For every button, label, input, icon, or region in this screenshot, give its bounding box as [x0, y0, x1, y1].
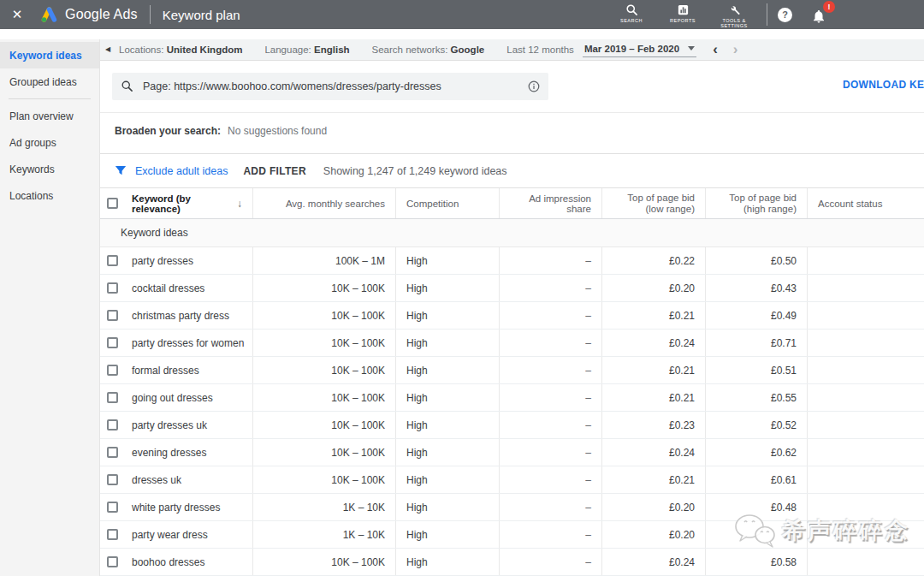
- row-checkbox[interactable]: [107, 337, 118, 348]
- locations-setting[interactable]: Locations: United Kingdom: [119, 45, 242, 55]
- sidebar-item-plan-overview[interactable]: Plan overview: [0, 103, 99, 129]
- row-checkbox[interactable]: [107, 447, 118, 458]
- avg-monthly-searches-cell: 1K – 10K: [253, 494, 396, 520]
- column-header-ad-impression-share[interactable]: Ad impression share: [500, 188, 602, 218]
- ad-impression-share-cell: –: [500, 384, 602, 411]
- close-icon[interactable]: ✕: [7, 7, 27, 22]
- row-checkbox[interactable]: [107, 310, 118, 321]
- top-of-page-bid-high-cell: £0.50: [706, 247, 808, 274]
- row-checkbox[interactable]: [107, 255, 118, 266]
- table-row[interactable]: party dresses for women10K – 100KHigh–£0…: [100, 330, 924, 357]
- keyword-text: dresses uk: [132, 474, 181, 486]
- date-range-selector[interactable]: Mar 2019 – Feb 2020: [583, 42, 696, 57]
- top-of-page-bid-high-cell: £0.49: [706, 302, 808, 329]
- sidebar-item-keyword-ideas[interactable]: Keyword ideas: [0, 42, 99, 68]
- table-row[interactable]: boohoo dresses10K – 100KHigh–£0.24£0.58: [100, 549, 924, 576]
- column-header-keyword[interactable]: Keyword (by relevance) ↓: [100, 188, 253, 218]
- table-row[interactable]: evening dresses10K – 100KHigh–£0.24£0.62: [100, 439, 924, 466]
- select-all-checkbox[interactable]: [107, 198, 118, 209]
- reports-nav-button[interactable]: REPORTS: [660, 2, 705, 23]
- avg-monthly-searches-cell: 100K – 1M: [253, 247, 396, 274]
- top-of-page-bid-low-cell: £0.21: [602, 302, 706, 329]
- column-header-top-of-page-bid-low[interactable]: Top of page bid (low range): [602, 188, 706, 218]
- language-setting[interactable]: Language: English: [264, 45, 349, 55]
- competition-cell: High: [396, 302, 500, 329]
- notifications-button[interactable]: !: [811, 4, 830, 25]
- table-row[interactable]: christmas party dress10K – 100KHigh–£0.2…: [100, 302, 924, 330]
- broaden-search-label: Broaden your search:: [115, 125, 221, 137]
- row-checkbox[interactable]: [107, 419, 118, 431]
- search-input-value: Page: https://www.boohoo.com/womens/dres…: [143, 80, 528, 92]
- ad-impression-share-cell: –: [500, 302, 602, 329]
- next-period-button[interactable]: ›: [726, 42, 746, 56]
- account-status-cell: [808, 275, 924, 301]
- sidebar-item-ad-groups[interactable]: Ad groups: [0, 129, 99, 156]
- wrench-icon: [728, 3, 741, 16]
- help-button[interactable]: ?: [778, 8, 792, 22]
- account-status-cell: [808, 247, 924, 274]
- top-of-page-bid-high-cell: £0.48: [706, 494, 808, 520]
- ad-impression-share-cell: –: [500, 412, 602, 438]
- sidebar-item-locations[interactable]: Locations: [0, 182, 99, 209]
- avg-monthly-searches-cell: 10K – 100K: [253, 439, 396, 466]
- table-row[interactable]: party wear dress1K – 10KHigh–£0.20: [100, 521, 924, 549]
- table-row[interactable]: going out dresses10K – 100KHigh–£0.21£0.…: [100, 384, 924, 412]
- top-of-page-bid-low-cell: £0.20: [602, 521, 706, 548]
- column-header-top-of-page-bid-high[interactable]: Top of page bid (high range): [706, 188, 808, 218]
- top-of-page-bid-low-cell: £0.21: [602, 384, 706, 411]
- reports-nav-label: REPORTS: [670, 18, 696, 23]
- keyword-cell: party wear dress: [100, 521, 253, 548]
- account-status-cell: [808, 384, 924, 411]
- column-header-competition[interactable]: Competition: [396, 188, 500, 218]
- table-row[interactable]: white party dresses1K – 10KHigh–£0.20£0.…: [100, 494, 924, 521]
- row-checkbox[interactable]: [107, 282, 118, 294]
- download-keyword-ideas-link[interactable]: DOWNLOAD KEYWORD IDEAS: [843, 79, 924, 91]
- keyword-cell: party dresses for women: [100, 330, 253, 356]
- column-header-label: Top of page bid (high range): [716, 193, 797, 215]
- sidebar-item-grouped-ideas[interactable]: Grouped ideas: [0, 68, 99, 95]
- info-icon[interactable]: [528, 80, 540, 92]
- section-label: Keyword ideas: [121, 227, 188, 239]
- row-checkbox[interactable]: [107, 365, 118, 376]
- table-row[interactable]: party dresses uk10K – 100KHigh–£0.23£0.5…: [100, 412, 924, 439]
- topbar-divider: [767, 3, 767, 26]
- column-header-label: Avg. monthly searches: [286, 199, 385, 209]
- previous-period-button[interactable]: ‹: [705, 42, 726, 56]
- table-row[interactable]: party dresses100K – 1MHigh–£0.22£0.50: [100, 247, 924, 275]
- table-row[interactable]: dresses uk10K – 100KHigh–£0.21£0.61: [100, 466, 924, 494]
- keyword-text: boohoo dresses: [132, 556, 204, 568]
- row-checkbox[interactable]: [107, 556, 118, 567]
- broaden-search-row: Broaden your search: No suggestions foun…: [100, 112, 924, 155]
- account-status-cell: [808, 521, 924, 548]
- networks-setting[interactable]: Search networks: Google: [372, 45, 485, 55]
- competition-cell: High: [396, 357, 500, 383]
- top-of-page-bid-high-cell: [706, 521, 808, 548]
- exclude-adult-ideas-filter[interactable]: Exclude adult ideas: [135, 165, 228, 177]
- keyword-text: christmas party dress: [132, 310, 229, 322]
- avg-monthly-searches-cell: 10K – 100K: [253, 412, 396, 438]
- table-row[interactable]: cocktail dresses10K – 100KHigh–£0.20£0.4…: [100, 275, 924, 302]
- tools-settings-nav-button[interactable]: TOOLS & SETTINGS: [712, 2, 756, 28]
- collapse-panel-icon[interactable]: ◀: [100, 45, 116, 53]
- search-nav-button[interactable]: SEARCH: [609, 2, 654, 23]
- row-checkbox[interactable]: [107, 529, 118, 540]
- add-filter-button[interactable]: ADD FILTER: [243, 165, 305, 177]
- column-header-account-status[interactable]: Account status: [808, 188, 924, 218]
- filter-funnel-icon[interactable]: [115, 165, 127, 177]
- row-checkbox[interactable]: [107, 392, 118, 403]
- top-of-page-bid-low-cell: £0.24: [602, 330, 706, 356]
- search-input[interactable]: Page: https://www.boohoo.com/womens/dres…: [112, 73, 548, 100]
- avg-monthly-searches-cell: 10K – 100K: [253, 275, 396, 301]
- row-checkbox[interactable]: [107, 502, 118, 513]
- main-content: ◀ Locations: United Kingdom Language: En…: [99, 39, 924, 576]
- sidebar-item-keywords[interactable]: Keywords: [0, 156, 99, 182]
- account-status-cell: [808, 302, 924, 329]
- keyword-cell: party dresses: [100, 247, 253, 274]
- topbar-divider: [150, 5, 151, 24]
- ad-impression-share-cell: –: [500, 439, 602, 466]
- table-row[interactable]: formal dresses10K – 100KHigh–£0.21£0.51: [100, 357, 924, 384]
- column-header-avg-monthly-searches[interactable]: Avg. monthly searches: [253, 188, 396, 218]
- top-of-page-bid-low-cell: £0.23: [602, 412, 706, 438]
- competition-cell: High: [396, 439, 500, 466]
- row-checkbox[interactable]: [107, 474, 118, 485]
